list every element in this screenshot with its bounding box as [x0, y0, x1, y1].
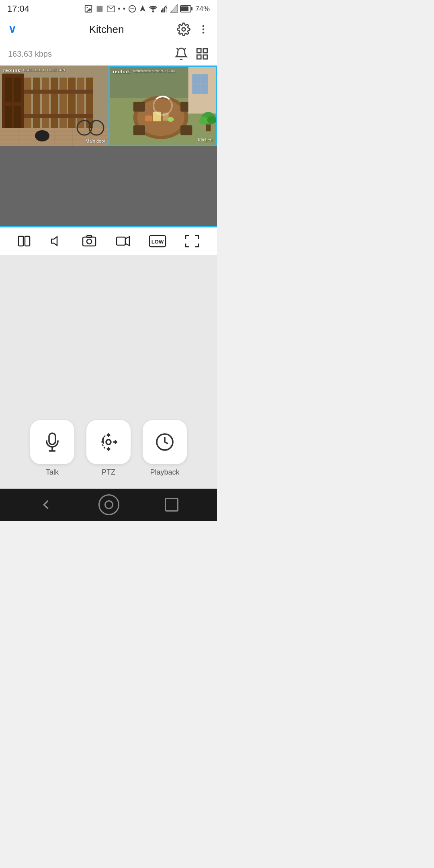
- svg-rect-25: [203, 55, 207, 59]
- record-button[interactable]: [115, 234, 131, 248]
- cam1-label: Main door: [86, 139, 105, 143]
- cam1-brand: reolink: [3, 68, 20, 73]
- bitrate-value: 163.63 kbps: [8, 49, 52, 59]
- camera-cell-3[interactable]: [0, 146, 108, 226]
- volume-button[interactable]: [49, 234, 63, 248]
- playback-button[interactable]: [143, 420, 187, 464]
- ptz-label: PTZ: [102, 468, 115, 477]
- svg-point-51: [35, 130, 49, 141]
- settings-icon[interactable]: [177, 23, 190, 36]
- grid-icon[interactable]: [195, 47, 209, 61]
- bitrate-bar: 163.63 kbps: [0, 42, 217, 66]
- status-bar: 17:04 • • 74%: [0, 0, 217, 18]
- svg-point-16: [182, 28, 186, 31]
- svg-rect-40: [5, 106, 12, 130]
- fullscreen-button[interactable]: [184, 234, 200, 248]
- svg-rect-32: [68, 78, 76, 134]
- status-time: 17:04: [7, 4, 29, 14]
- battery-percent: 74%: [195, 5, 210, 13]
- cam2-loading: [153, 96, 173, 116]
- svg-rect-15: [181, 6, 188, 11]
- wifi-icon: [149, 4, 158, 13]
- svg-rect-8: [162, 8, 164, 12]
- svg-line-20: [177, 48, 178, 50]
- bitrate-icons: [174, 47, 209, 61]
- header-right: [177, 23, 209, 36]
- signal2-icon: [170, 4, 178, 13]
- svg-rect-81: [117, 237, 125, 245]
- svg-rect-60: [133, 102, 145, 111]
- svg-rect-22: [197, 49, 201, 53]
- screenshot-button[interactable]: [81, 234, 97, 248]
- svg-rect-63: [180, 125, 192, 135]
- page-title: Kitchen: [36, 23, 177, 36]
- mobile-signal-icon: [160, 4, 168, 13]
- dnd-icon: [128, 4, 137, 13]
- ptz-button[interactable]: [86, 420, 131, 464]
- signal-icon: [139, 4, 146, 13]
- svg-rect-67: [145, 115, 152, 121]
- svg-rect-2: [97, 6, 103, 12]
- action-buttons: Talk PTZ: [0, 408, 217, 489]
- cam2-label: Kitchen: [198, 137, 213, 142]
- recents-button[interactable]: [165, 498, 178, 512]
- svg-rect-38: [5, 78, 12, 102]
- svg-point-19: [203, 32, 205, 34]
- svg-rect-80: [87, 235, 92, 237]
- playback-label: Playback: [150, 468, 179, 477]
- cam2-brand: reolink: [113, 69, 130, 74]
- camera-grid: reolink 02/02/2020 17:03:52 SUN Main doo…: [0, 66, 217, 227]
- svg-rect-30: [51, 78, 58, 134]
- toolbar: LOW: [0, 227, 217, 255]
- camera-cell-4[interactable]: [108, 146, 217, 226]
- svg-rect-36: [24, 114, 93, 118]
- svg-point-79: [87, 239, 92, 244]
- svg-point-1: [87, 7, 88, 8]
- dot2: •: [123, 5, 125, 13]
- svg-point-18: [203, 29, 205, 31]
- alarm-icon[interactable]: [174, 47, 188, 61]
- content-area: [0, 255, 217, 408]
- svg-point-6: [153, 11, 154, 12]
- svg-rect-76: [18, 236, 23, 246]
- header-left: ∨: [8, 24, 36, 35]
- cam1-feed: [0, 66, 108, 146]
- bottom-nav: [0, 489, 217, 521]
- svg-rect-78: [83, 237, 96, 246]
- back-chevron[interactable]: ∨: [8, 24, 16, 35]
- screenshot-icon: [95, 4, 104, 13]
- talk-button[interactable]: [30, 420, 74, 464]
- svg-rect-35: [24, 90, 93, 94]
- gmail-icon: [106, 4, 115, 13]
- split-view-button[interactable]: [17, 234, 31, 248]
- camera-cell-1[interactable]: reolink 02/02/2020 17:03:52 SUN Main doo…: [0, 66, 108, 146]
- svg-marker-12: [170, 4, 178, 12]
- svg-rect-77: [25, 236, 30, 246]
- svg-point-17: [203, 25, 205, 27]
- svg-text:LOW: LOW: [151, 239, 164, 245]
- svg-rect-27: [24, 78, 31, 134]
- home-button[interactable]: [98, 494, 119, 515]
- quality-button[interactable]: LOW: [149, 234, 166, 248]
- svg-rect-28: [33, 78, 40, 134]
- svg-rect-31: [59, 78, 67, 134]
- svg-rect-9: [164, 7, 165, 12]
- image-icon: [84, 4, 93, 13]
- more-icon[interactable]: [198, 23, 209, 36]
- dot: •: [118, 5, 120, 13]
- back-button[interactable]: [39, 497, 53, 512]
- svg-rect-41: [14, 106, 21, 130]
- svg-rect-24: [197, 55, 201, 59]
- svg-rect-10: [166, 5, 167, 12]
- home-inner-circle: [104, 500, 113, 509]
- ptz-button-wrapper: PTZ: [86, 420, 131, 477]
- recents-square: [165, 498, 178, 512]
- svg-rect-14: [191, 7, 192, 10]
- talk-button-wrapper: Talk: [30, 420, 74, 477]
- battery-icon: [180, 4, 193, 13]
- camera-cell-2[interactable]: reolink 02/02/2020 17:01:57 SUN Kitchen: [108, 66, 217, 146]
- svg-rect-33: [77, 78, 84, 134]
- svg-marker-5: [140, 5, 145, 12]
- cam2-timestamp: 02/02/2020 17:01:57 SUN: [133, 69, 175, 73]
- svg-point-66: [168, 117, 174, 122]
